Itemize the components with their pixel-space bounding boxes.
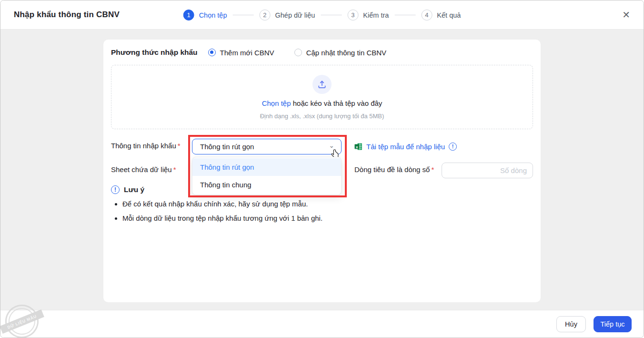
step-kiem-tra[interactable]: 3 Kiểm tra: [347, 10, 389, 20]
note-list: Để có kết quả nhập khẩu chính xác, hãy s…: [115, 200, 322, 228]
step-connector: [321, 15, 342, 15]
note-item: Để có kết quả nhập khẩu chính xác, hãy s…: [115, 200, 322, 208]
step-2-label: Ghép dữ liệu: [275, 11, 315, 19]
dropdown-option-thong-tin-chung[interactable]: Thông tin chung: [192, 176, 341, 194]
step-4-label: Kết quả: [437, 11, 461, 19]
radio-selected-icon: [208, 49, 216, 56]
step-chon-tep[interactable]: 1 Chọn tệp: [183, 10, 227, 20]
dropdown-option-thong-tin-rut-gon[interactable]: Thông tin rút gọn: [192, 158, 341, 176]
note-header: ! Lưu ý: [111, 185, 144, 194]
header-row-label: Dòng tiêu đề là dòng số*: [354, 165, 434, 174]
step-1-label: Chọn tệp: [199, 11, 227, 19]
import-method-row: Phương thức nhập khẩu Thêm mới CBNV Cập …: [111, 46, 406, 59]
info-icon[interactable]: !: [449, 143, 457, 151]
required-asterisk: *: [178, 142, 181, 150]
template-download-row: x Tải tệp mẫu để nhập liệu !: [354, 141, 457, 152]
note-item: Mỗi dòng dữ liệu trong tệp nhập khẩu tươ…: [115, 214, 322, 222]
radio-cap-nhat-cbnv[interactable]: Cập nhật thông tin CBNV: [294, 49, 386, 57]
radio-label: Thêm mới CBNV: [220, 49, 274, 57]
choose-file-link[interactable]: Chọn tệp: [262, 99, 291, 107]
continue-button[interactable]: Tiếp tục: [594, 316, 632, 332]
step-1-circle: 1: [183, 10, 194, 20]
svg-text:x: x: [356, 144, 358, 149]
step-4-circle: 4: [421, 10, 432, 20]
required-asterisk: *: [431, 165, 434, 174]
step-connector: [232, 15, 253, 15]
import-info-dropdown: Thông tin rút gọn Thông tin chung: [192, 157, 342, 195]
step-3-circle: 3: [347, 10, 358, 20]
step-connector: [394, 15, 415, 15]
dialog-title: Nhập khẩu thông tin CBNV: [14, 10, 120, 20]
file-format-hint: Định dạng .xls, .xlsx (dung lượng tối đa…: [260, 113, 384, 120]
dialog-header: Nhập khẩu thông tin CBNV 1 Chọn tệp 2 Gh…: [0, 0, 644, 30]
dropzone-hint-inline: hoặc kéo và thả tệp vào đây: [293, 99, 382, 107]
sheet-label: Sheet chứa dữ liệu*: [111, 165, 176, 174]
note-title: Lưu ý: [124, 185, 144, 194]
step-ket-qua[interactable]: 4 Kết quả: [421, 10, 461, 20]
radio-them-moi-cbnv[interactable]: Thêm mới CBNV: [208, 49, 274, 57]
step-3-label: Kiểm tra: [363, 11, 389, 19]
content-card: Phương thức nhập khẩu Thêm mới CBNV Cập …: [103, 40, 541, 302]
import-info-select[interactable]: Thông tin rút gọn ⌄: [192, 139, 342, 154]
import-dialog: Nhập khẩu thông tin CBNV 1 Chọn tệp 2 Gh…: [0, 0, 644, 338]
close-icon[interactable]: ✕: [620, 8, 632, 21]
import-info-label: Thông tin nhập khẩu*: [111, 142, 181, 150]
dialog-body: Phương thức nhập khẩu Thêm mới CBNV Cập …: [0, 30, 644, 311]
step-ghep-du-lieu[interactable]: 2 Ghép dữ liệu: [259, 10, 315, 20]
select-value: Thông tin rút gọn: [200, 143, 329, 151]
download-template-link[interactable]: Tải tệp mẫu để nhập liệu: [366, 143, 445, 151]
upload-icon: [312, 75, 332, 94]
radio-label: Cập nhật thông tin CBNV: [306, 49, 386, 57]
alert-circle-icon: !: [111, 185, 120, 194]
file-dropzone[interactable]: Chọn tệp hoặc kéo và thả tệp vào đây Địn…: [111, 65, 533, 129]
required-asterisk: *: [173, 165, 176, 174]
header-row-number-input[interactable]: [442, 163, 533, 178]
wizard-stepper: 1 Chọn tệp 2 Ghép dữ liệu 3 Kiểm tra 4 K…: [183, 0, 461, 30]
import-method-label: Phương thức nhập khẩu: [111, 48, 198, 57]
radio-unselected-icon: [294, 49, 302, 56]
cancel-button[interactable]: Hủy: [556, 316, 586, 332]
dropzone-text: Chọn tệp hoặc kéo và thả tệp vào đây: [262, 99, 382, 107]
step-2-circle: 2: [259, 10, 270, 20]
excel-file-icon: x: [354, 143, 362, 151]
dialog-footer: Hủy Tiếp tục: [0, 310, 644, 338]
